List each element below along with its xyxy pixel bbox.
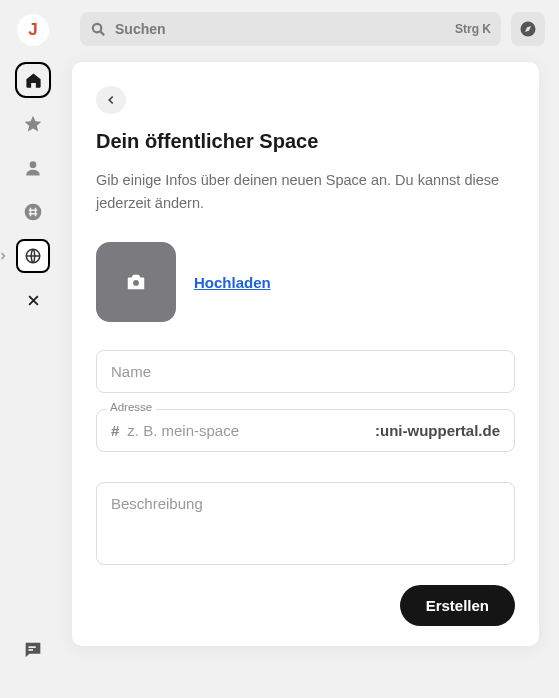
address-suffix: :uni-wuppertal.de	[375, 422, 500, 439]
upload-link[interactable]: Hochladen	[194, 274, 271, 291]
address-label: Adresse	[106, 401, 156, 413]
explore-button[interactable]	[511, 12, 545, 46]
create-button[interactable]: Erstellen	[400, 585, 515, 626]
star-icon	[23, 114, 43, 134]
name-field[interactable]	[96, 350, 515, 393]
search-placeholder: Suchen	[115, 21, 166, 37]
hash-icon	[23, 202, 43, 222]
avatar[interactable]: J	[17, 14, 49, 46]
chat-icon	[22, 639, 44, 661]
globe-icon	[24, 247, 42, 265]
modal-title: Dein öffentlicher Space	[96, 130, 515, 153]
svg-point-1	[25, 204, 42, 221]
svg-point-5	[93, 23, 102, 31]
nav-rooms[interactable]	[15, 194, 51, 230]
topbar: Suchen Strg K	[66, 0, 559, 58]
address-field-wrap: Adresse # :uni-wuppertal.de	[96, 409, 515, 452]
upload-image-button[interactable]	[96, 242, 176, 322]
camera-icon	[125, 271, 147, 293]
nav-favorites[interactable]	[15, 106, 51, 142]
sidebar: J	[0, 0, 66, 698]
address-hash: #	[111, 422, 119, 439]
compass-icon	[519, 20, 537, 38]
home-icon	[24, 71, 43, 90]
create-space-modal: Dein öffentlicher Space Gib einige Infos…	[72, 62, 539, 646]
svg-point-0	[30, 161, 37, 168]
upload-row: Hochladen	[96, 242, 515, 322]
svg-rect-3	[28, 646, 35, 648]
main: Suchen Strg K Dein öffentlicher Space Gi…	[66, 0, 559, 698]
chevron-left-icon	[104, 93, 118, 107]
search-icon	[90, 21, 107, 38]
nav-close[interactable]	[15, 282, 51, 318]
nav-threads[interactable]	[15, 632, 51, 668]
nav-public-space[interactable]	[15, 238, 51, 274]
description-field[interactable]	[96, 482, 515, 565]
close-icon	[26, 293, 41, 308]
svg-point-7	[133, 280, 139, 286]
address-field[interactable]	[127, 422, 367, 439]
modal-description: Gib einige Infos über deinen neuen Space…	[96, 169, 515, 214]
back-button[interactable]	[96, 86, 126, 114]
search-shortcut: Strg K	[455, 22, 491, 36]
space-tile	[16, 239, 50, 273]
search-input[interactable]: Suchen Strg K	[80, 12, 501, 46]
nav-home[interactable]	[15, 62, 51, 98]
svg-rect-4	[28, 649, 33, 651]
chevron-right-icon	[0, 250, 9, 262]
person-icon	[23, 158, 43, 178]
nav-people[interactable]	[15, 150, 51, 186]
